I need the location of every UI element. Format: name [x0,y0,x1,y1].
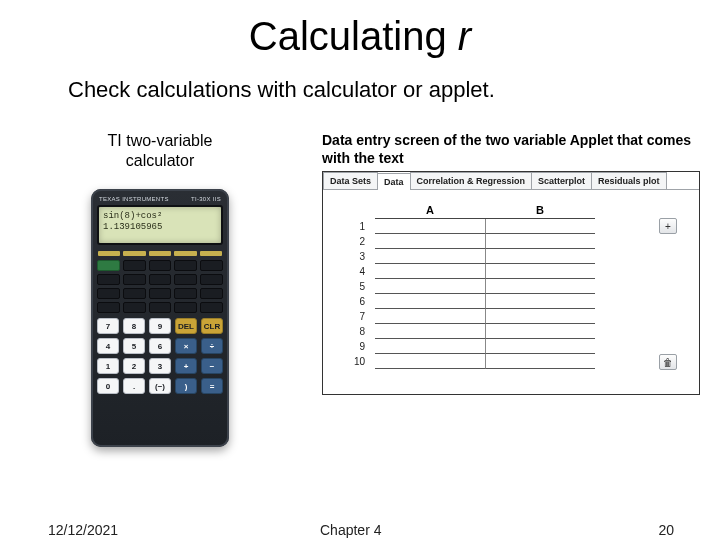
slide-subtitle: Check calculations with calculator or ap… [0,59,720,103]
calc-key-neg: (−) [149,378,171,394]
cell-a[interactable] [375,249,485,264]
grid-row: 1 [369,219,683,234]
slide-title: Calculating r [0,0,720,59]
calc-key-9: 9 [149,318,171,334]
footer-page-number: 20 [658,522,674,538]
cell-a[interactable] [375,294,485,309]
cell-a[interactable] [375,219,485,234]
grid-rows: 1 2 3 4 5 6 7 8 9 10 [369,219,683,369]
tab-residuals-plot[interactable]: Residuals plot [591,172,667,189]
calc-key-divide: ÷ [201,338,223,354]
calc-top-rows [97,260,223,313]
applet-toolbar: + 🗑 [659,218,677,370]
calc-2nd-button [97,260,120,271]
applet-tabs: Data Sets Data Correlation & Regression … [323,172,699,190]
footer-date: 12/12/2021 [48,522,118,538]
calc-fn-strip [97,251,223,256]
add-variable-icon[interactable]: + [659,218,677,234]
calc-key-7: 7 [97,318,119,334]
calc-key-2: 2 [123,358,145,374]
cell-a[interactable] [375,234,485,249]
calculator-brand: TEXAS INSTRUMENTS TI-30X IIS [97,195,223,205]
calculator-screen: sin(8)+cos² 1.139105965 [97,205,223,245]
calc-key-8: 8 [123,318,145,334]
calc-key-6: 6 [149,338,171,354]
cell-b[interactable] [485,324,595,339]
calc-key-clear: CLR [201,318,223,334]
calculator-image: TEXAS INSTRUMENTS TI-30X IIS sin(8)+cos²… [91,189,229,447]
cell-b[interactable] [485,264,595,279]
calc-key-enter: = [201,378,223,394]
cell-b[interactable] [485,234,595,249]
grid-row: 2 [369,234,683,249]
left-column: TI two-variable calculator TEXAS INSTRUM… [60,131,260,447]
calc-key-dot: . [123,378,145,394]
calc-key-minus: − [201,358,223,374]
calc-key-0: 0 [97,378,119,394]
grid-row: 7 [369,309,683,324]
calc-key-4: 4 [97,338,119,354]
applet-screenshot: Data Sets Data Correlation & Regression … [322,171,700,395]
cell-a[interactable] [375,264,485,279]
title-text: Calculating [249,14,458,58]
calc-key-3: 3 [149,358,171,374]
calc-key-paren: ) [175,378,197,394]
grid-row: 8 [369,324,683,339]
calc-key-plus: + [175,358,197,374]
calculator-caption: TI two-variable calculator [108,131,213,171]
calc-key-del: DEL [175,318,197,334]
cell-b[interactable] [485,249,595,264]
cell-b[interactable] [485,339,595,354]
grid-row: 4 [369,264,683,279]
grid-row: 9 [369,339,683,354]
cell-b[interactable] [485,309,595,324]
cell-a[interactable] [375,339,485,354]
cell-b[interactable] [485,294,595,309]
calc-key-1: 1 [97,358,119,374]
applet-body: A B 1 2 3 4 5 6 7 8 9 10 + 🗑 [323,190,699,377]
tab-correlation-regression[interactable]: Correlation & Regression [410,172,533,189]
tab-scatterplot[interactable]: Scatterplot [531,172,592,189]
grid-row: 5 [369,279,683,294]
grid-row: 3 [369,249,683,264]
column-a-header: A [375,204,485,219]
cell-a[interactable] [375,354,485,369]
applet-caption: Data entry screen of the two variable Ap… [322,131,700,171]
cell-b[interactable] [485,279,595,294]
tab-data-sets[interactable]: Data Sets [323,172,378,189]
content-area: TI two-variable calculator TEXAS INSTRUM… [0,103,720,447]
cell-a[interactable] [375,324,485,339]
trash-icon[interactable]: 🗑 [659,354,677,370]
grid-row: 6 [369,294,683,309]
cell-a[interactable] [375,309,485,324]
cell-a[interactable] [375,279,485,294]
title-variable: r [458,14,471,58]
cell-b[interactable] [485,354,595,369]
grid-row: 10 [369,354,683,369]
calc-numpad: 7 8 9 DEL CLR 4 5 6 × ÷ 1 2 3 + − 0 . (−… [97,318,223,439]
grid-header: A B [375,204,683,219]
cell-b[interactable] [485,219,595,234]
footer-chapter: Chapter 4 [320,522,381,538]
tab-data[interactable]: Data [377,173,411,190]
column-b-header: B [485,204,595,219]
calc-key-multiply: × [175,338,197,354]
right-column: Data entry screen of the two variable Ap… [322,131,700,447]
calc-key-5: 5 [123,338,145,354]
